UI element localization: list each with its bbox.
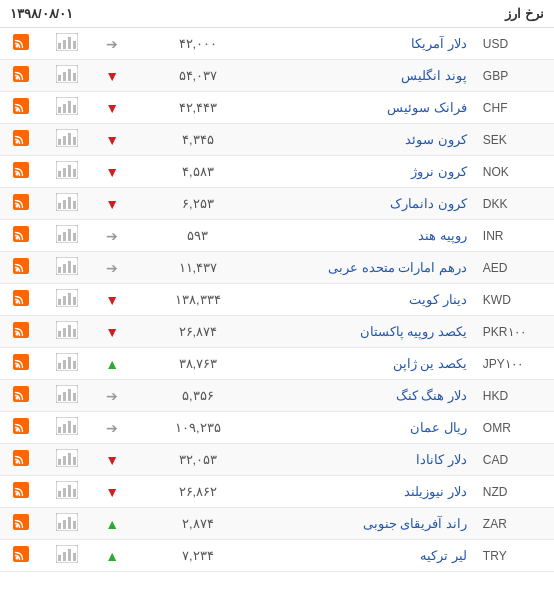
- chart-cell[interactable]: [42, 124, 92, 156]
- rss-icon[interactable]: [13, 418, 29, 434]
- currency-code: PKR۱۰۰: [475, 316, 554, 348]
- rss-cell[interactable]: [0, 348, 42, 380]
- trend-neutral-icon: ➔: [106, 260, 118, 276]
- rss-icon[interactable]: [13, 450, 29, 466]
- svg-rect-113: [58, 555, 61, 561]
- chart-cell[interactable]: [42, 444, 92, 476]
- rss-cell[interactable]: [0, 60, 42, 92]
- chart-cell[interactable]: [42, 28, 92, 60]
- currency-price: ۴۲,۴۴۳: [132, 92, 264, 124]
- rss-icon[interactable]: [13, 290, 29, 306]
- chart-icon[interactable]: [56, 385, 78, 403]
- chart-icon[interactable]: [56, 161, 78, 179]
- chart-cell[interactable]: [42, 476, 92, 508]
- chart-cell[interactable]: [42, 92, 92, 124]
- chart-cell[interactable]: [42, 540, 92, 572]
- trend-down-icon: ▼: [105, 68, 119, 84]
- rss-cell[interactable]: [0, 188, 42, 220]
- rss-cell[interactable]: [0, 28, 42, 60]
- svg-rect-87: [68, 421, 71, 433]
- rss-icon[interactable]: [13, 34, 29, 50]
- rss-cell[interactable]: [0, 92, 42, 124]
- rss-icon[interactable]: [13, 258, 29, 274]
- svg-rect-10: [68, 69, 71, 81]
- svg-rect-50: [58, 267, 61, 273]
- currency-code: NOK: [475, 156, 554, 188]
- svg-rect-30: [63, 168, 66, 177]
- rss-icon[interactable]: [13, 546, 29, 562]
- chart-icon[interactable]: [56, 257, 78, 275]
- chart-cell[interactable]: [42, 188, 92, 220]
- chart-cell[interactable]: [42, 380, 92, 412]
- table-row: DKK کرون دانمارک ۶,۲۵۳ ▼: [0, 188, 554, 220]
- currency-name: کرون دانمارک: [264, 188, 475, 220]
- svg-rect-78: [58, 395, 61, 401]
- chart-cell[interactable]: [42, 412, 92, 444]
- svg-rect-99: [58, 491, 61, 497]
- chart-cell[interactable]: [42, 508, 92, 540]
- chart-icon[interactable]: [56, 417, 78, 435]
- chart-cell[interactable]: [42, 156, 92, 188]
- currency-name: فرانک سوئیس: [264, 92, 475, 124]
- header-date: ۱۳۹۸/۰۸/۰۱: [10, 6, 73, 21]
- rss-icon[interactable]: [13, 514, 29, 530]
- chart-icon[interactable]: [56, 193, 78, 211]
- trend-arrow: ▼: [92, 284, 132, 316]
- svg-rect-74: [73, 361, 76, 369]
- chart-icon[interactable]: [56, 129, 78, 147]
- rss-cell[interactable]: [0, 316, 42, 348]
- chart-icon[interactable]: [56, 353, 78, 371]
- table-row: AED درهم امارات متحده عربی ۱۱,۴۳۷ ➔: [0, 252, 554, 284]
- rss-cell[interactable]: [0, 412, 42, 444]
- chart-icon[interactable]: [56, 545, 78, 563]
- svg-rect-67: [73, 329, 76, 337]
- rss-icon[interactable]: [13, 354, 29, 370]
- chart-cell[interactable]: [42, 60, 92, 92]
- rss-cell[interactable]: [0, 380, 42, 412]
- chart-cell[interactable]: [42, 220, 92, 252]
- currency-price: ۲۶,۸۷۴: [132, 316, 264, 348]
- chart-icon[interactable]: [56, 321, 78, 339]
- chart-icon[interactable]: [56, 289, 78, 307]
- chart-icon[interactable]: [56, 225, 78, 243]
- chart-icon[interactable]: [56, 449, 78, 467]
- svg-rect-66: [68, 325, 71, 337]
- rss-cell[interactable]: [0, 476, 42, 508]
- currency-name: دلار نیوزیلند: [264, 476, 475, 508]
- chart-icon[interactable]: [56, 65, 78, 83]
- svg-rect-108: [68, 517, 71, 529]
- rss-cell[interactable]: [0, 284, 42, 316]
- table-row: ZAR راند آفریقای جنوبی ۲,۸۷۴ ▲: [0, 508, 554, 540]
- chart-cell[interactable]: [42, 348, 92, 380]
- chart-icon[interactable]: [56, 513, 78, 531]
- currency-table-container: نرخ ارز ۱۳۹۸/۰۸/۰۱ USD دلار آمریکا ۴۲,۰۰…: [0, 0, 554, 572]
- rss-icon[interactable]: [13, 194, 29, 210]
- chart-cell[interactable]: [42, 252, 92, 284]
- rss-cell[interactable]: [0, 540, 42, 572]
- rss-icon[interactable]: [13, 66, 29, 82]
- svg-rect-24: [68, 133, 71, 145]
- chart-icon[interactable]: [56, 97, 78, 115]
- rss-icon[interactable]: [13, 98, 29, 114]
- trend-arrow: ▼: [92, 156, 132, 188]
- rss-cell[interactable]: [0, 124, 42, 156]
- rss-cell[interactable]: [0, 156, 42, 188]
- rss-icon[interactable]: [13, 130, 29, 146]
- rss-cell[interactable]: [0, 444, 42, 476]
- currency-name: راند آفریقای جنوبی: [264, 508, 475, 540]
- chart-icon[interactable]: [56, 481, 78, 499]
- rss-icon[interactable]: [13, 386, 29, 402]
- rss-cell[interactable]: [0, 508, 42, 540]
- rss-icon[interactable]: [13, 322, 29, 338]
- rss-cell[interactable]: [0, 252, 42, 284]
- rss-icon[interactable]: [13, 482, 29, 498]
- trend-down-icon: ▼: [105, 484, 119, 500]
- rss-cell[interactable]: [0, 220, 42, 252]
- svg-rect-17: [68, 101, 71, 113]
- svg-rect-100: [63, 488, 66, 497]
- chart-icon[interactable]: [56, 33, 78, 51]
- rss-icon[interactable]: [13, 162, 29, 178]
- rss-icon[interactable]: [13, 226, 29, 242]
- chart-cell[interactable]: [42, 316, 92, 348]
- chart-cell[interactable]: [42, 284, 92, 316]
